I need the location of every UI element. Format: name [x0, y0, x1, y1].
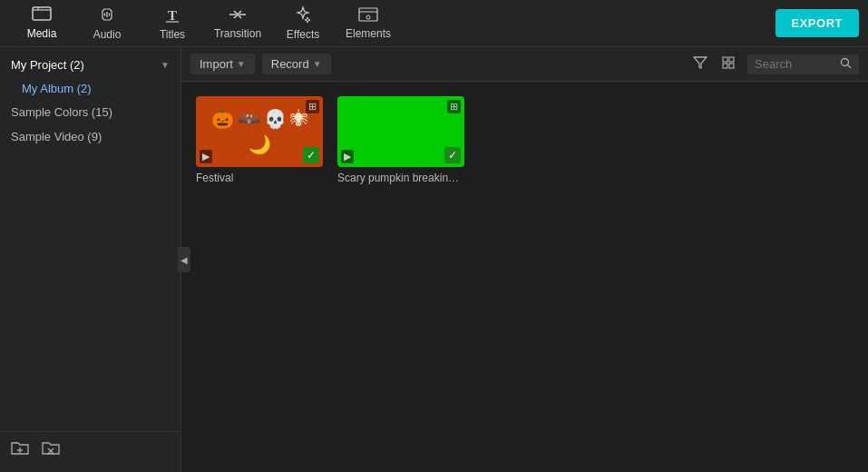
media-label-festival: Festival: [196, 172, 323, 184]
content-area: Import ▼ Record ▼: [181, 47, 868, 472]
doodle-2: 🦇: [238, 108, 260, 130]
search-box: [747, 54, 859, 74]
toolbar-effects[interactable]: Effects: [270, 0, 336, 47]
media-card-scary[interactable]: ⊞ ▶ ✓ Scary pumpkin breaking s...: [337, 96, 464, 184]
grid-view-icon[interactable]: [718, 53, 740, 75]
toolbar-elements[interactable]: Elements: [336, 0, 401, 47]
export-button[interactable]: EXPORT: [775, 9, 859, 37]
doodle-1: 🎃: [211, 108, 234, 130]
search-input[interactable]: [755, 57, 836, 71]
sidebar-collapse-arrow[interactable]: ◀: [178, 247, 190, 272]
toolbar-transition-label: Transition: [214, 27, 261, 40]
sidebar-bottom: [0, 431, 180, 467]
sidebar-sample-colors-label: Sample Colors (15): [11, 105, 112, 119]
elements-icon: [358, 6, 378, 25]
doodle-5: 🌙: [249, 133, 271, 155]
sidebar-album-label: My Album (2): [22, 82, 92, 95]
sidebar: My Project (2) ▼ My Album (2) Sample Col…: [0, 47, 181, 472]
search-icon[interactable]: [840, 57, 852, 72]
media-grid: 🎃 🦇 💀 🕷 🌙 ⊞ ▶ ✓ Festival: [181, 82, 868, 199]
toolbar-effects-label: Effects: [287, 28, 319, 41]
sidebar-project[interactable]: My Project (2) ▼: [0, 53, 180, 77]
delete-folder-icon[interactable]: [42, 439, 60, 459]
toolbar-audio[interactable]: Audio: [74, 0, 140, 47]
svg-rect-8: [729, 64, 734, 68]
audio-icon: [98, 5, 116, 26]
media-label-scary: Scary pumpkin breaking s...: [337, 172, 464, 184]
main-layout: My Project (2) ▼ My Album (2) Sample Col…: [0, 47, 868, 472]
top-toolbar: Media Audio T Titles Transition: [0, 0, 868, 47]
svg-rect-5: [723, 57, 727, 62]
media-thumb-scary: ⊞ ▶ ✓: [337, 96, 464, 167]
sidebar-sample-video-label: Sample Video (9): [11, 130, 102, 143]
import-chevron-icon: ▼: [237, 59, 246, 69]
svg-point-9: [842, 58, 849, 65]
thumb-bottom-left-badge-scary: ▶: [341, 150, 354, 163]
import-button[interactable]: Import ▼: [190, 54, 255, 74]
doodle-3: 💀: [264, 108, 287, 130]
sidebar-project-label: My Project (2): [11, 58, 84, 72]
new-folder-icon[interactable]: [11, 439, 29, 459]
toolbar-audio-label: Audio: [93, 28, 122, 41]
svg-rect-6: [729, 57, 734, 62]
media-icon: [32, 6, 52, 25]
sidebar-album[interactable]: My Album (2): [0, 77, 180, 100]
thumb-corner-badge-festival: ⊞: [306, 100, 319, 113]
record-chevron-icon: ▼: [313, 59, 322, 69]
toolbar-titles[interactable]: T Titles: [140, 0, 205, 47]
media-card-festival[interactable]: 🎃 🦇 💀 🕷 🌙 ⊞ ▶ ✓ Festival: [196, 96, 323, 184]
record-label: Record: [271, 57, 309, 71]
thumb-check-festival: ✓: [303, 147, 319, 163]
toolbar-media-label: Media: [27, 27, 57, 40]
media-thumb-festival: 🎃 🦇 💀 🕷 🌙 ⊞ ▶ ✓: [196, 96, 323, 167]
toolbar-titles-label: Titles: [160, 28, 185, 41]
titles-icon: T: [163, 5, 181, 26]
svg-text:T: T: [168, 8, 177, 23]
thumb-corner-badge-scary: ⊞: [447, 100, 461, 113]
chevron-down-icon: ▼: [161, 60, 170, 70]
filter-icon[interactable]: [689, 53, 711, 75]
svg-point-4: [366, 15, 370, 19]
toolbar-media[interactable]: Media: [9, 0, 74, 47]
toolbar-elements-label: Elements: [346, 27, 391, 40]
record-button[interactable]: Record ▼: [262, 54, 331, 74]
sidebar-sample-video[interactable]: Sample Video (9): [0, 124, 180, 149]
thumb-check-scary: ✓: [444, 147, 461, 163]
import-label: Import: [200, 57, 233, 71]
sidebar-sample-colors[interactable]: Sample Colors (15): [0, 100, 180, 124]
svg-rect-7: [723, 64, 727, 68]
svg-rect-0: [33, 7, 51, 20]
content-toolbar: Import ▼ Record ▼: [181, 47, 868, 82]
effects-icon: [294, 5, 312, 26]
thumb-bottom-left-badge-festival: ▶: [200, 150, 212, 163]
transition-icon: [228, 6, 248, 25]
toolbar-transition[interactable]: Transition: [205, 0, 270, 47]
